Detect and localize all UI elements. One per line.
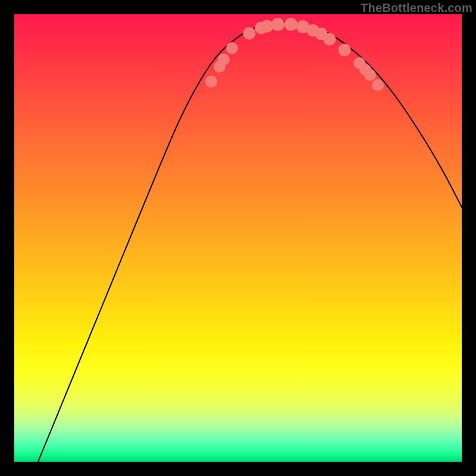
data-marker: [284, 18, 298, 31]
data-marker: [364, 69, 376, 81]
data-marker: [205, 76, 217, 87]
data-marker: [339, 44, 351, 57]
plot-area: [14, 14, 462, 462]
data-marker: [226, 42, 238, 54]
data-marker: [218, 54, 230, 65]
data-marker: [261, 20, 274, 33]
chart-svg: [14, 14, 462, 462]
bottleneck-curve: [38, 22, 462, 462]
marker-layer: [205, 18, 384, 91]
data-marker: [271, 18, 284, 31]
curve-layer: [38, 22, 462, 462]
data-marker: [324, 33, 336, 46]
data-marker: [243, 27, 256, 40]
data-marker: [372, 79, 384, 91]
watermark-text: TheBottleneck.com: [361, 1, 472, 15]
chart-frame: TheBottleneck.com: [0, 0, 476, 476]
